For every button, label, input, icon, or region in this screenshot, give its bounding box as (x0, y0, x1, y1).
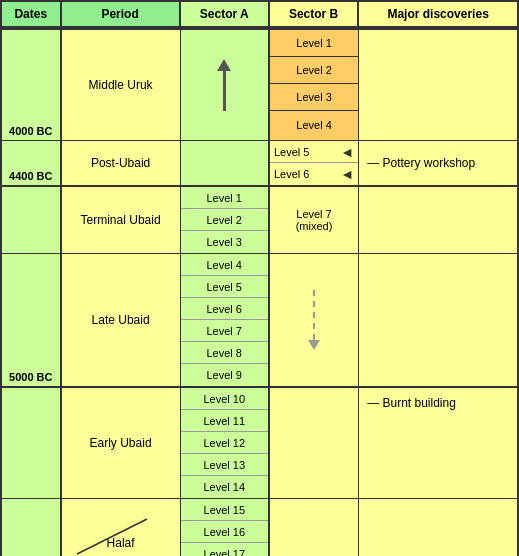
sector-a-early: Level 10 Level 11 Level 12 Level 13 Leve… (181, 388, 270, 498)
level-b1: Level 1 (270, 30, 358, 57)
level-b2: Level 2 (270, 57, 358, 84)
level-b3: Level 3 (270, 84, 358, 111)
arrow-left-5: ◄ (340, 144, 354, 160)
level-a13: Level 13 (181, 454, 268, 476)
level-a11: Level 11 (181, 410, 268, 432)
section-post-ubaid: 4400 BC Post-Ubaid Level 5 ◄ Level 6 ◄ —… (2, 141, 517, 187)
date-early (2, 388, 62, 498)
level-a15: Level 15 (181, 499, 268, 521)
level-b5: Level 5 ◄ (270, 141, 358, 163)
sector-a-post-ubaid (181, 141, 270, 185)
sector-a-terminal: Level 1 Level 2 Level 3 (181, 187, 270, 253)
header-period: Period (62, 2, 181, 28)
sector-b-late (270, 254, 359, 386)
arrow-left-6: ◄ (340, 166, 354, 182)
period-middle-uruk: Middle Uruk (62, 30, 181, 140)
period-early-ubaid: Early Ubaid (62, 388, 181, 498)
level-a12: Level 12 (181, 432, 268, 454)
level-a5: Level 5 (181, 276, 268, 298)
date-4400bc: 4400 BC (2, 141, 62, 185)
level-a6: Level 6 (181, 298, 268, 320)
dashed-line (313, 290, 315, 340)
header-sector-a: Sector A (181, 2, 270, 28)
sector-b-post-ubaid: Level 5 ◄ Level 6 ◄ (270, 141, 359, 185)
major-early: — Burnt building (359, 388, 517, 498)
level-a8: Level 8 (181, 342, 268, 364)
svg-line-0 (77, 519, 147, 554)
header-row: Dates Period Sector A Sector B Major dis… (2, 2, 517, 30)
period-terminal-ubaid: Terminal Ubaid (62, 187, 181, 253)
level-a10: Level 10 (181, 388, 268, 410)
sector-b-halaf (270, 499, 359, 556)
period-halaf: Halaf (62, 499, 181, 556)
arrow-down-icon (308, 340, 320, 350)
major-late (359, 254, 517, 386)
level-a14: Level 14 (181, 476, 268, 498)
level-b6: Level 6 ◄ (270, 163, 358, 185)
period-late-ubaid: Late Ubaid (62, 254, 181, 386)
header-major: Major discoveries (359, 2, 517, 28)
major-terminal (359, 187, 517, 253)
halaf-diagonal (72, 514, 152, 556)
date-4000bc: 4000 BC (2, 30, 62, 140)
section-early-ubaid: Early Ubaid Level 10 Level 11 Level 12 L… (2, 388, 517, 499)
section-terminal-ubaid: Terminal Ubaid Level 1 Level 2 Level 3 L… (2, 187, 517, 254)
level-a4: Level 4 (181, 254, 268, 276)
level-a3: Level 3 (181, 231, 268, 253)
sector-b-uruk: Level 1 Level 2 Level 3 Level 4 (270, 30, 359, 140)
level-a1: Level 1 (181, 187, 268, 209)
section-late-ubaid: 5000 BC Late Ubaid Level 4 Level 5 Level… (2, 254, 517, 388)
level-b4: Level 4 (270, 111, 358, 138)
level-a9: Level 9 (181, 364, 268, 386)
major-halaf (359, 499, 517, 556)
date-5400bc: 5400 BC (2, 499, 62, 556)
major-uruk (359, 30, 517, 140)
level-a7: Level 7 (181, 320, 268, 342)
level-a2: Level 2 (181, 209, 268, 231)
section-uruk: 4000 BC Middle Uruk Level 1 Level 2 Leve… (2, 30, 517, 141)
main-table: Dates Period Sector A Sector B Major dis… (0, 0, 519, 556)
period-post-ubaid: Post-Ubaid (62, 141, 181, 185)
level-a16: Level 16 (181, 521, 268, 543)
sector-b-early (270, 388, 359, 498)
sector-a-late: Level 4 Level 5 Level 6 Level 7 Level 8 … (181, 254, 270, 386)
header-dates: Dates (2, 2, 62, 28)
date-terminal (2, 187, 62, 253)
major-post-ubaid: — Pottery workshop (359, 141, 517, 185)
header-sector-b: Sector B (270, 2, 359, 28)
sector-a-halaf: Level 15 Level 16 Level 17 (181, 499, 270, 556)
arrow-up-icon (217, 59, 231, 71)
section-halaf: 5400 BC Halaf Level 15 Level 16 Level 17 (2, 499, 517, 556)
sector-a-uruk (181, 30, 270, 140)
arrow-shaft (223, 71, 226, 111)
date-5000bc: 5000 BC (2, 254, 62, 386)
level-a17: Level 17 (181, 543, 268, 556)
sector-b-terminal: Level 7(mixed) (270, 187, 359, 253)
